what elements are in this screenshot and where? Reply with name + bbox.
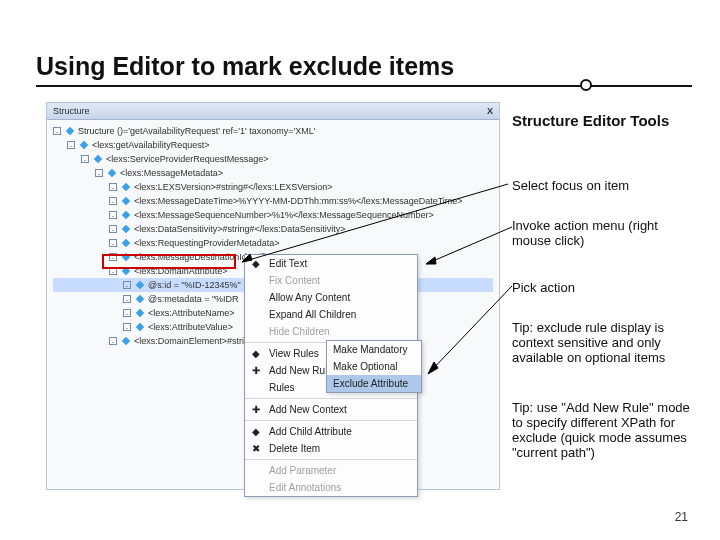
panel-title: Structure <box>53 106 90 116</box>
expand-box-icon[interactable]: - <box>109 183 117 191</box>
arrow-to-context-menu <box>420 222 516 270</box>
menu-item: Edit Annotations <box>245 479 417 496</box>
delete-icon: ✖ <box>250 443 262 455</box>
menu-separator <box>245 420 417 421</box>
annotation-step1: Select focus on item <box>512 178 700 193</box>
expand-box-icon[interactable]: - <box>95 169 103 177</box>
expand-box-icon[interactable]: - <box>109 197 117 205</box>
menu-item-label: Rules <box>269 382 295 393</box>
node-diamond-icon <box>94 155 102 163</box>
tree-node-label: Structure ()='getAvailabilityRequest' re… <box>78 124 316 138</box>
expand-box-icon[interactable]: - <box>109 225 117 233</box>
node-diamond-icon <box>136 309 144 317</box>
menu-item: Hide Children <box>245 323 417 340</box>
expand-box-icon[interactable]: - <box>109 253 117 261</box>
node-diamond-icon <box>122 225 130 233</box>
menu-item[interactable]: Allow Any Content <box>245 289 417 306</box>
menu-item[interactable]: ✚Add New Context <box>245 401 417 418</box>
node-diamond-icon <box>136 323 144 331</box>
expand-box-icon[interactable]: - <box>109 337 117 345</box>
menu-item[interactable]: ◆Add Child Attribute <box>245 423 417 440</box>
tree-node-label: <lexs:getAvailabilityRequest> <box>92 138 209 152</box>
node-diamond-icon <box>122 337 130 345</box>
submenu-item[interactable]: Exclude Attribute <box>327 375 421 392</box>
tree-node-label: @s:metadata = "%IDR <box>148 292 239 306</box>
svg-marker-1 <box>242 254 252 262</box>
tree-node-label: <lexs:AttributeName> <box>148 306 235 320</box>
tree-row[interactable]: -<lexs:ServiceProviderRequestMessage> <box>53 152 493 166</box>
svg-line-2 <box>426 227 512 264</box>
node-diamond-icon <box>122 183 130 191</box>
expand-box-icon[interactable]: - <box>123 323 131 331</box>
menu-item-label: Add Parameter <box>269 465 336 476</box>
node-diamond-icon <box>122 267 130 275</box>
expand-box-icon[interactable]: - <box>67 141 75 149</box>
menu-item-label: Expand All Children <box>269 309 356 320</box>
node-diamond-icon <box>108 169 116 177</box>
tree-node-label: <lexs:DomainAttribute> <box>134 264 228 278</box>
panel-close-icon[interactable]: X <box>487 106 493 116</box>
tree-node-label: @s:id = "%ID-12345%" <box>148 278 241 292</box>
menu-item-label: Delete Item <box>269 443 320 454</box>
svg-marker-5 <box>428 362 438 374</box>
node-diamond-icon <box>136 295 144 303</box>
svg-marker-3 <box>426 257 436 264</box>
tree-node-label: <lexs:AttributeValue> <box>148 320 233 334</box>
menu-separator <box>245 398 417 399</box>
menu-item: Fix Content <box>245 272 417 289</box>
expand-box-icon[interactable]: - <box>123 309 131 317</box>
node-diamond-icon <box>122 197 130 205</box>
menu-item-label: Add New Context <box>269 404 347 415</box>
add-icon: ✚ <box>250 404 262 416</box>
expand-box-icon[interactable]: - <box>109 267 117 275</box>
submenu-item[interactable]: Make Mandatory <box>327 341 421 358</box>
annotation-tip2: Tip: use "Add New Rule" mode to specify … <box>512 400 700 460</box>
title-rule-end-circle <box>580 79 592 91</box>
menu-item[interactable]: ✖Delete Item <box>245 440 417 457</box>
node-diamond-icon <box>66 127 74 135</box>
expand-box-icon[interactable]: - <box>123 281 131 289</box>
annotation-step2: Invoke action menu (right mouse click) <box>512 218 700 248</box>
tree-node-label: <lexs:MessageMetadata> <box>120 166 223 180</box>
slide-title: Using Editor to mark exclude items <box>36 52 584 87</box>
expand-box-icon[interactable]: - <box>123 295 131 303</box>
add-icon: ✚ <box>250 365 262 377</box>
expand-box-icon[interactable]: - <box>109 239 117 247</box>
menu-item-label: Hide Children <box>269 326 330 337</box>
expand-box-icon[interactable]: - <box>81 155 89 163</box>
panel-header: Structure X <box>47 103 499 120</box>
node-diamond-icon <box>136 281 144 289</box>
expand-box-icon[interactable]: - <box>109 211 117 219</box>
submenu-item[interactable]: Make Optional <box>327 358 421 375</box>
title-rule-extension <box>584 85 692 87</box>
menu-item-label: Add New Rule <box>269 365 333 376</box>
node-diamond-icon <box>122 253 130 261</box>
annotation-step3: Pick action <box>512 280 700 295</box>
svg-line-4 <box>428 286 512 374</box>
menu-item-label: Allow Any Content <box>269 292 350 303</box>
menu-item-label: View Rules <box>269 348 319 359</box>
page-number: 21 <box>675 510 688 524</box>
view-icon: ◆ <box>250 348 262 360</box>
tree-node-label: <lexs:ServiceProviderRequestMessage> <box>106 152 269 166</box>
node-diamond-icon <box>80 141 88 149</box>
menu-item-label: Add Child Attribute <box>269 426 352 437</box>
menu-item: Add Parameter <box>245 462 417 479</box>
expand-box-icon[interactable]: - <box>53 127 61 135</box>
tree-row[interactable]: -Structure ()='getAvailabilityRequest' r… <box>53 124 493 138</box>
attr-icon: ◆ <box>250 426 262 438</box>
tree-row[interactable]: -<lexs:getAvailabilityRequest> <box>53 138 493 152</box>
annotation-tip1: Tip: exclude rule display is context sen… <box>512 320 700 365</box>
node-diamond-icon <box>122 239 130 247</box>
node-diamond-icon <box>122 211 130 219</box>
menu-item-label: Edit Annotations <box>269 482 341 493</box>
rules-submenu[interactable]: Make MandatoryMake OptionalExclude Attri… <box>326 340 422 393</box>
annotation-heading: Structure Editor Tools <box>512 112 700 129</box>
arrow-to-exclude-action <box>422 282 516 378</box>
menu-separator <box>245 459 417 460</box>
menu-item-label: Fix Content <box>269 275 320 286</box>
menu-item[interactable]: Expand All Children <box>245 306 417 323</box>
